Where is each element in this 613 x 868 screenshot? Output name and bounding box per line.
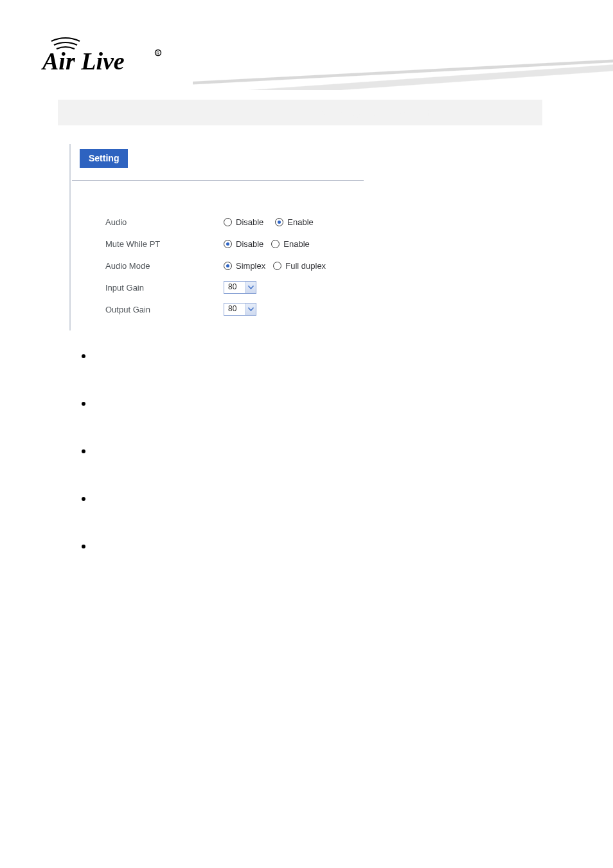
brand-logo: Air Live R — [40, 33, 168, 78]
row-audio: Audio Disable Enable — [105, 211, 326, 233]
list-item — [82, 541, 558, 557]
select-output-gain[interactable]: 80 — [224, 303, 256, 316]
label-audio: Audio — [105, 217, 224, 227]
chapter-title: 6. Configuration of Main Menu — [321, 108, 445, 118]
list-item — [82, 351, 558, 366]
radio-label-simplex: Simplex — [236, 261, 265, 271]
bullet-list — [82, 351, 558, 589]
label-audio-mode: Audio Mode — [105, 261, 224, 271]
row-mute-pt: Mute While PT Disable Enable — [105, 233, 326, 255]
radio-label-full: Full duplex — [285, 261, 326, 271]
label-input-gain: Input Gain — [105, 283, 224, 293]
radio-label-disable: Disable — [236, 217, 263, 227]
chevron-down-icon[interactable] — [245, 282, 256, 293]
list-item — [82, 446, 558, 462]
settings-form: Audio Disable Enable Mute While PT Disab… — [105, 211, 326, 320]
select-output-gain-value: 80 — [224, 303, 245, 315]
chevron-down-icon[interactable] — [245, 303, 256, 315]
row-input-gain: Input Gain 80 — [105, 276, 326, 298]
radio-label-disable: Disable — [236, 239, 263, 249]
svg-text:R: R — [156, 51, 159, 55]
radio-mode-simplex[interactable] — [224, 262, 232, 270]
row-audio-mode: Audio Mode Simplex Full duplex — [105, 255, 326, 276]
list-item — [82, 399, 558, 414]
chapter-bar — [58, 100, 542, 125]
tab-divider — [72, 180, 364, 181]
label-mute-pt: Mute While PT — [105, 239, 224, 249]
select-input-gain-value: 80 — [224, 282, 245, 293]
svg-text:Air Live: Air Live — [41, 48, 125, 75]
radio-mode-full[interactable] — [273, 262, 281, 270]
tab-setting[interactable]: Setting — [80, 149, 128, 168]
header-decorative-swoosh — [193, 39, 613, 90]
radio-mute-enable[interactable] — [271, 240, 280, 248]
radio-audio-disable[interactable] — [224, 218, 232, 226]
row-output-gain: Output Gain 80 — [105, 298, 326, 320]
radio-audio-enable[interactable] — [275, 218, 283, 226]
radio-mute-disable[interactable] — [224, 240, 232, 248]
radio-label-enable: Enable — [287, 217, 313, 227]
label-output-gain: Output Gain — [105, 305, 224, 314]
radio-label-enable: Enable — [283, 239, 309, 249]
list-item — [82, 494, 558, 509]
settings-panel: Setting Audio Disable Enable Mute While … — [69, 144, 365, 330]
select-input-gain[interactable]: 80 — [224, 281, 256, 294]
